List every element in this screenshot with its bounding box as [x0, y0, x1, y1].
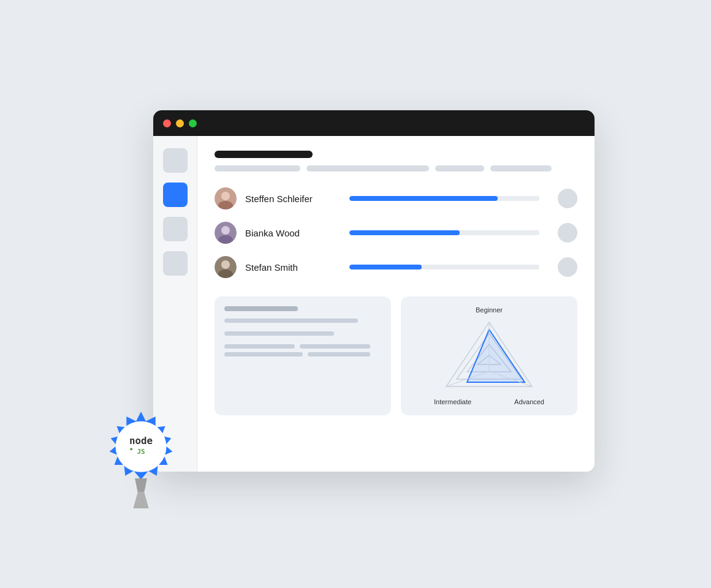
radar-chart: Beginner	[411, 306, 568, 405]
radar-svg-container	[434, 316, 544, 396]
header-filters	[215, 165, 577, 172]
avatar	[215, 222, 237, 244]
card-lines	[224, 318, 381, 356]
avatar	[215, 256, 237, 278]
card-line-1	[224, 318, 358, 323]
progress-fill	[349, 265, 422, 270]
card-line-3b	[300, 344, 370, 349]
browser-titlebar	[153, 110, 595, 136]
card-line-4a	[224, 352, 303, 356]
radar-label-advanced: Advanced	[514, 398, 544, 405]
radar-label-top: Beginner	[476, 306, 503, 314]
browser-content: Steffen Schleifer	[153, 136, 595, 472]
svg-marker-22	[135, 478, 147, 494]
bottom-cards-row: Beginner	[215, 296, 577, 415]
card-row-2	[224, 352, 381, 356]
filter-pill-2[interactable]	[306, 165, 429, 172]
progress-bar	[349, 230, 539, 235]
card-title-block	[224, 306, 298, 311]
svg-point-21	[130, 448, 132, 450]
main-content: Steffen Schleifer	[197, 136, 595, 472]
card-line-3a	[224, 344, 295, 349]
filter-pill-4[interactable]	[490, 165, 552, 172]
radar-bottom-labels: Intermediate Advanced	[434, 398, 544, 405]
action-button[interactable]	[558, 257, 577, 277]
card-right: Beginner	[401, 296, 577, 415]
sidebar-item-2-active[interactable]	[163, 183, 188, 207]
svg-point-7	[221, 260, 230, 269]
browser-window: Steffen Schleifer	[153, 110, 595, 472]
badge-ribbon-icon	[126, 478, 156, 508]
action-button[interactable]	[558, 189, 577, 208]
minimize-button[interactable]	[176, 119, 184, 127]
header-title-block	[215, 151, 313, 158]
sidebar-item-3[interactable]	[163, 217, 188, 241]
people-list: Steffen Schleifer	[215, 181, 577, 284]
card-line-2	[224, 331, 334, 336]
maximize-button[interactable]	[189, 119, 197, 127]
svg-point-1	[221, 192, 230, 200]
person-name: Bianka Wood	[245, 228, 331, 238]
table-row: Stefan Smith	[215, 250, 577, 284]
radar-label-intermediate: Intermediate	[434, 398, 471, 405]
sidebar-item-1[interactable]	[163, 148, 188, 173]
card-row-1	[224, 344, 381, 349]
progress-fill	[349, 196, 498, 201]
action-button[interactable]	[558, 223, 577, 243]
card-left	[215, 296, 391, 415]
avatar	[215, 187, 237, 209]
table-row: Bianka Wood	[215, 216, 577, 250]
table-row: Steffen Schleifer	[215, 181, 577, 216]
sidebar-item-4[interactable]	[163, 251, 188, 276]
progress-bar	[349, 196, 539, 201]
svg-point-4	[221, 226, 230, 235]
filter-pill-3[interactable]	[435, 165, 484, 172]
person-name: Steffen Schleifer	[245, 194, 331, 204]
svg-text:JS: JS	[137, 448, 145, 456]
header-bar	[215, 151, 577, 172]
badge-container: node JS	[98, 410, 184, 508]
progress-bar	[349, 265, 539, 270]
filter-pill-1[interactable]	[215, 165, 300, 172]
badge-gear-icon: node JS	[104, 410, 178, 483]
close-button[interactable]	[163, 119, 171, 127]
svg-marker-23	[133, 491, 149, 508]
card-line-4b	[308, 352, 370, 356]
svg-marker-13	[467, 330, 525, 382]
progress-fill	[349, 230, 460, 235]
svg-text:node: node	[129, 435, 153, 447]
person-name: Stefan Smith	[245, 262, 331, 273]
